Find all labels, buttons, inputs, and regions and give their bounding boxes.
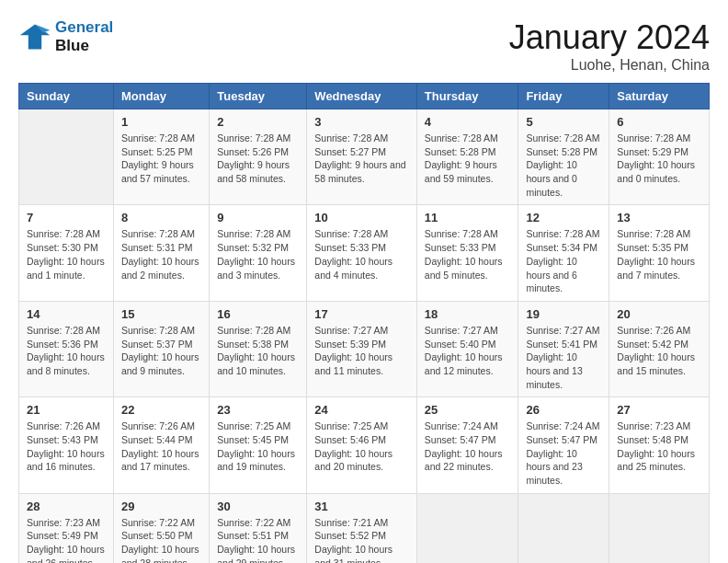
day-cell: 25Sunrise: 7:24 AMSunset: 5:47 PMDayligh… [416,397,518,493]
day-info: Sunrise: 7:28 AMSunset: 5:38 PMDaylight:… [217,324,299,378]
day-cell: 14Sunrise: 7:28 AMSunset: 5:36 PMDayligh… [19,301,114,396]
day-cell: 1Sunrise: 7:28 AMSunset: 5:25 PMDaylight… [113,109,209,205]
day-info: Sunrise: 7:26 AMSunset: 5:44 PMDaylight:… [121,419,201,474]
day-number: 22 [121,403,201,417]
month-title: January 2024 [509,18,710,57]
logo-text: General Blue [55,18,113,56]
day-number: 28 [27,500,106,513]
day-info: Sunrise: 7:25 AMSunset: 5:46 PMDaylight:… [314,419,409,474]
day-cell: 27Sunrise: 7:23 AMSunset: 5:48 PMDayligh… [609,397,710,493]
day-number: 20 [617,307,701,321]
logo: General Blue [18,18,113,56]
day-cell: 26Sunrise: 7:24 AMSunset: 5:47 PMDayligh… [518,397,609,493]
day-cell: 19Sunrise: 7:27 AMSunset: 5:41 PMDayligh… [518,301,609,396]
day-number: 2 [217,115,299,129]
day-cell: 3Sunrise: 7:28 AMSunset: 5:27 PMDaylight… [307,109,417,205]
day-info: Sunrise: 7:28 AMSunset: 5:31 PMDaylight:… [121,227,201,282]
day-cell [416,493,518,563]
day-info: Sunrise: 7:28 AMSunset: 5:25 PMDaylight:… [121,132,201,186]
day-info: Sunrise: 7:28 AMSunset: 5:37 PMDaylight:… [121,324,201,378]
day-number: 26 [526,403,601,417]
day-number: 3 [314,115,409,129]
day-info: Sunrise: 7:28 AMSunset: 5:32 PMDaylight:… [217,227,299,282]
week-row-4: 21Sunrise: 7:26 AMSunset: 5:43 PMDayligh… [19,397,710,493]
day-number: 12 [526,211,601,224]
day-info: Sunrise: 7:24 AMSunset: 5:47 PMDaylight:… [526,419,601,487]
day-info: Sunrise: 7:28 AMSunset: 5:28 PMDaylight:… [526,132,601,199]
day-cell: 21Sunrise: 7:26 AMSunset: 5:43 PMDayligh… [19,397,114,493]
day-info: Sunrise: 7:28 AMSunset: 5:33 PMDaylight:… [425,227,511,282]
day-info: Sunrise: 7:21 AMSunset: 5:52 PMDaylight:… [314,516,409,563]
day-number: 16 [217,307,299,321]
day-info: Sunrise: 7:26 AMSunset: 5:43 PMDaylight:… [27,419,106,474]
day-number: 23 [217,403,299,417]
day-cell: 9Sunrise: 7:28 AMSunset: 5:32 PMDaylight… [210,205,307,301]
day-cell: 7Sunrise: 7:28 AMSunset: 5:30 PMDaylight… [19,205,114,301]
day-info: Sunrise: 7:27 AMSunset: 5:41 PMDaylight:… [526,324,601,391]
day-cell: 20Sunrise: 7:26 AMSunset: 5:42 PMDayligh… [609,301,710,396]
day-cell: 31Sunrise: 7:21 AMSunset: 5:52 PMDayligh… [307,493,417,563]
weekday-header-wednesday: Wednesday [307,84,417,109]
day-info: Sunrise: 7:23 AMSunset: 5:49 PMDaylight:… [27,516,106,563]
day-number: 13 [617,211,701,224]
day-info: Sunrise: 7:28 AMSunset: 5:35 PMDaylight:… [617,227,701,282]
logo-icon [18,20,51,53]
day-info: Sunrise: 7:28 AMSunset: 5:28 PMDaylight:… [425,132,511,186]
weekday-header-row: SundayMondayTuesdayWednesdayThursdayFrid… [19,84,710,109]
day-cell: 30Sunrise: 7:22 AMSunset: 5:51 PMDayligh… [210,493,307,563]
day-number: 21 [27,403,106,417]
day-cell: 23Sunrise: 7:25 AMSunset: 5:45 PMDayligh… [210,397,307,493]
day-info: Sunrise: 7:28 AMSunset: 5:30 PMDaylight:… [27,227,106,282]
day-cell: 24Sunrise: 7:25 AMSunset: 5:46 PMDayligh… [307,397,417,493]
day-info: Sunrise: 7:28 AMSunset: 5:29 PMDaylight:… [617,132,701,186]
day-info: Sunrise: 7:25 AMSunset: 5:45 PMDaylight:… [217,419,299,474]
week-row-2: 7Sunrise: 7:28 AMSunset: 5:30 PMDaylight… [19,205,710,301]
location: Luohe, Henan, China [509,57,710,74]
week-row-3: 14Sunrise: 7:28 AMSunset: 5:36 PMDayligh… [19,301,710,396]
day-cell: 6Sunrise: 7:28 AMSunset: 5:29 PMDaylight… [609,109,710,205]
day-cell: 16Sunrise: 7:28 AMSunset: 5:38 PMDayligh… [210,301,307,396]
day-cell: 12Sunrise: 7:28 AMSunset: 5:34 PMDayligh… [518,205,609,301]
day-cell: 10Sunrise: 7:28 AMSunset: 5:33 PMDayligh… [307,205,417,301]
week-row-5: 28Sunrise: 7:23 AMSunset: 5:49 PMDayligh… [19,493,710,563]
day-info: Sunrise: 7:28 AMSunset: 5:26 PMDaylight:… [217,132,299,186]
day-cell [19,109,114,205]
day-cell: 22Sunrise: 7:26 AMSunset: 5:44 PMDayligh… [113,397,209,493]
day-info: Sunrise: 7:28 AMSunset: 5:27 PMDaylight:… [314,132,409,186]
day-number: 25 [425,403,511,417]
day-number: 5 [526,115,601,129]
day-number: 31 [314,500,409,513]
day-info: Sunrise: 7:24 AMSunset: 5:47 PMDaylight:… [425,419,511,474]
day-cell: 5Sunrise: 7:28 AMSunset: 5:28 PMDaylight… [518,109,609,205]
day-number: 8 [121,211,201,224]
weekday-header-sunday: Sunday [19,84,114,109]
day-info: Sunrise: 7:26 AMSunset: 5:42 PMDaylight:… [617,324,701,378]
day-info: Sunrise: 7:28 AMSunset: 5:33 PMDaylight:… [314,227,409,282]
day-cell: 2Sunrise: 7:28 AMSunset: 5:26 PMDaylight… [210,109,307,205]
day-number: 7 [27,211,106,224]
day-cell: 11Sunrise: 7:28 AMSunset: 5:33 PMDayligh… [416,205,518,301]
weekday-header-thursday: Thursday [416,84,518,109]
title-block: January 2024 Luohe, Henan, China [509,18,710,74]
day-cell: 28Sunrise: 7:23 AMSunset: 5:49 PMDayligh… [19,493,114,563]
weekday-header-friday: Friday [518,84,609,109]
day-number: 15 [121,307,201,321]
day-info: Sunrise: 7:27 AMSunset: 5:40 PMDaylight:… [425,324,511,378]
day-cell: 8Sunrise: 7:28 AMSunset: 5:31 PMDaylight… [113,205,209,301]
day-cell: 13Sunrise: 7:28 AMSunset: 5:35 PMDayligh… [609,205,710,301]
day-info: Sunrise: 7:28 AMSunset: 5:36 PMDaylight:… [27,324,106,378]
day-number: 14 [27,307,106,321]
day-number: 19 [526,307,601,321]
day-cell [609,493,710,563]
day-number: 11 [425,211,511,224]
day-info: Sunrise: 7:22 AMSunset: 5:50 PMDaylight:… [121,516,201,563]
day-cell: 18Sunrise: 7:27 AMSunset: 5:40 PMDayligh… [416,301,518,396]
day-number: 18 [425,307,511,321]
day-cell: 29Sunrise: 7:22 AMSunset: 5:50 PMDayligh… [113,493,209,563]
day-number: 27 [617,403,701,417]
day-number: 29 [121,500,201,513]
calendar-table: SundayMondayTuesdayWednesdayThursdayFrid… [18,83,710,563]
day-info: Sunrise: 7:28 AMSunset: 5:34 PMDaylight:… [526,227,601,294]
day-number: 6 [617,115,701,129]
day-number: 9 [217,211,299,224]
